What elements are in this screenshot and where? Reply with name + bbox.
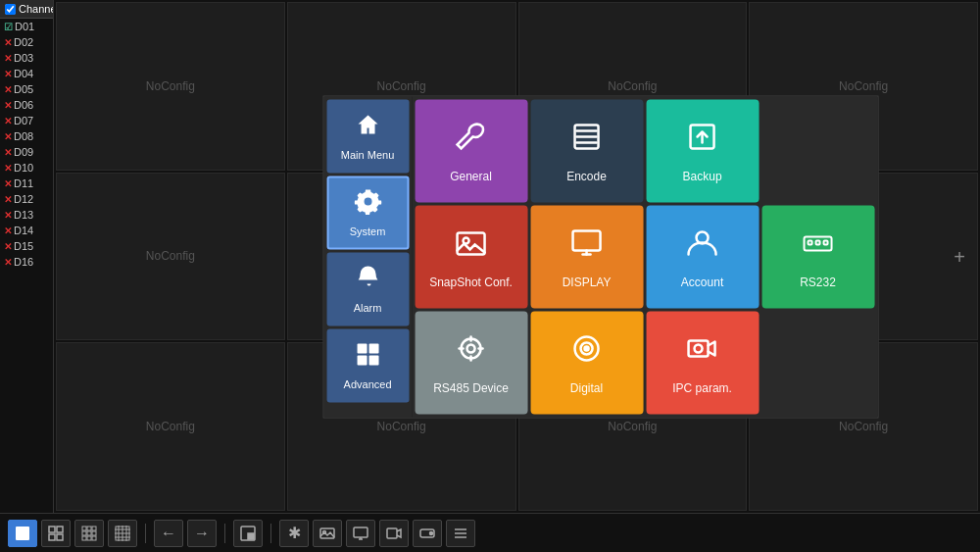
advanced-icon [354, 341, 381, 375]
no-config-label: NoConfig [839, 420, 888, 433]
channel-x-mark: ✕ [4, 163, 12, 174]
snapshot-label: SnapShot Conf. [429, 275, 513, 288]
channel-header: Channel [0, 0, 53, 19]
rs232-icon [801, 225, 836, 267]
image-button[interactable] [313, 520, 342, 547]
channel-label: D03 [14, 52, 33, 64]
sidebar-item-alarm[interactable]: Alarm [326, 252, 409, 326]
layout-1x1-button[interactable] [8, 520, 37, 547]
channel-header-label: Channel [19, 3, 54, 15]
tile-digital[interactable]: Digital [530, 311, 643, 414]
channel-item-d14[interactable]: ✕D14 [0, 223, 53, 238]
menu-overlay: Main Menu System A [322, 95, 878, 418]
layout-3x3-button[interactable] [74, 520, 104, 547]
wrench-icon [454, 119, 489, 161]
channel-label: D05 [14, 83, 33, 95]
tile-snapshot[interactable]: SnapShot Conf. [415, 205, 527, 308]
svg-rect-34 [57, 534, 63, 540]
channel-x-mark: ✕ [4, 178, 12, 189]
svg-point-20 [467, 344, 475, 352]
sidebar-item-advanced[interactable]: Advanced [326, 328, 409, 402]
channel-x-mark: ✕ [4, 210, 12, 221]
svg-rect-17 [816, 240, 820, 244]
layout-2x2-button[interactable] [41, 520, 71, 547]
svg-rect-16 [808, 240, 812, 244]
channel-item-d09[interactable]: ✕D09 [0, 144, 53, 160]
no-config-label: NoConfig [377, 79, 426, 93]
tile-display[interactable]: DISPLAY [530, 205, 643, 308]
layout-4x4-button[interactable] [108, 520, 137, 547]
channel-item-d08[interactable]: ✕D08 [0, 128, 53, 144]
channel-x-mark: ✕ [4, 131, 12, 142]
upload-icon [685, 119, 720, 161]
channel-x-mark: ✕ [4, 226, 12, 236]
svg-rect-55 [354, 527, 368, 537]
add-camera-icon[interactable]: + [954, 245, 965, 268]
channel-list: ☑D01✕D02✕D03✕D04✕D05✕D06✕D07✕D08✕D09✕D10… [0, 19, 53, 270]
main-content: Channel ☑D01✕D02✕D03✕D04✕D05✕D06✕D07✕D08… [0, 0, 980, 513]
no-config-label: NoConfig [146, 249, 195, 263]
toolbar-separator-2 [224, 524, 225, 543]
channel-item-d06[interactable]: ✕D06 [0, 97, 53, 113]
tile-ipcparam[interactable]: IPC param. [646, 311, 759, 414]
record-button[interactable] [379, 520, 409, 547]
channel-item-d10[interactable]: ✕D10 [0, 160, 53, 176]
channel-item-d15[interactable]: ✕D15 [0, 238, 53, 254]
channel-item-d04[interactable]: ✕D04 [0, 66, 53, 81]
channel-label: D02 [14, 36, 33, 48]
tile-backup[interactable]: Backup [646, 99, 759, 202]
monitor-button[interactable] [346, 520, 375, 547]
tile-rs232[interactable]: RS232 [761, 205, 874, 308]
digital-label: Digital [570, 380, 603, 394]
channel-x-mark: ✕ [4, 194, 12, 205]
svg-rect-30 [16, 527, 29, 540]
general-label: General [450, 169, 492, 182]
tile-encode[interactable]: Encode [530, 99, 643, 202]
channel-item-d16[interactable]: ✕D16 [0, 254, 53, 270]
channel-label: D14 [14, 225, 33, 236]
channel-label: D01 [15, 21, 34, 32]
channel-x-mark: ✕ [4, 37, 12, 48]
grid-cell-0: NoConfig [56, 2, 285, 171]
channel-label: D07 [14, 115, 33, 126]
list-view-button[interactable] [446, 520, 475, 547]
channel-x-mark: ✕ [4, 69, 12, 79]
hdd-button[interactable] [413, 520, 442, 547]
svg-rect-35 [82, 527, 86, 530]
alarm-icon [354, 265, 381, 298]
prev-page-button[interactable]: ← [154, 520, 183, 547]
svg-rect-11 [573, 230, 601, 250]
ipc-icon [685, 330, 720, 373]
channel-item-d05[interactable]: ✕D05 [0, 81, 53, 97]
channel-item-d13[interactable]: ✕D13 [0, 207, 53, 223]
next-page-button[interactable]: → [187, 520, 217, 547]
list-icon [569, 119, 605, 161]
channel-item-d11[interactable]: ✕D11 [0, 176, 53, 191]
pip-layout-button[interactable] [233, 520, 263, 547]
channel-label: D04 [14, 68, 33, 79]
channel-item-d02[interactable]: ✕D02 [0, 34, 53, 50]
sidebar-item-main-menu[interactable]: Main Menu [326, 99, 409, 173]
sidebar-item-system[interactable]: System [326, 176, 409, 249]
tile-general[interactable]: General [415, 99, 527, 202]
svg-rect-0 [357, 344, 367, 354]
camera-circle-icon [569, 330, 605, 373]
channel-item-d12[interactable]: ✕D12 [0, 191, 53, 207]
settings-button[interactable]: ✱ [279, 520, 309, 547]
no-config-label: NoConfig [608, 79, 657, 93]
channel-x-mark: ✕ [4, 257, 12, 268]
channel-label: D08 [14, 130, 33, 142]
channel-item-d07[interactable]: ✕D07 [0, 113, 53, 128]
channel-item-d03[interactable]: ✕D03 [0, 50, 53, 66]
no-config-label: NoConfig [608, 420, 657, 433]
encode-label: Encode [566, 169, 607, 182]
channel-label: D11 [14, 177, 33, 189]
channel-item-d01[interactable]: ☑D01 [0, 19, 53, 34]
svg-rect-38 [82, 531, 86, 535]
svg-rect-31 [49, 527, 55, 532]
ipcparam-label: IPC param. [672, 380, 732, 394]
svg-rect-52 [248, 533, 254, 539]
tile-rs485[interactable]: RS485 Device [415, 311, 527, 414]
channel-select-all[interactable] [5, 4, 16, 15]
tile-account[interactable]: Account [646, 205, 759, 308]
